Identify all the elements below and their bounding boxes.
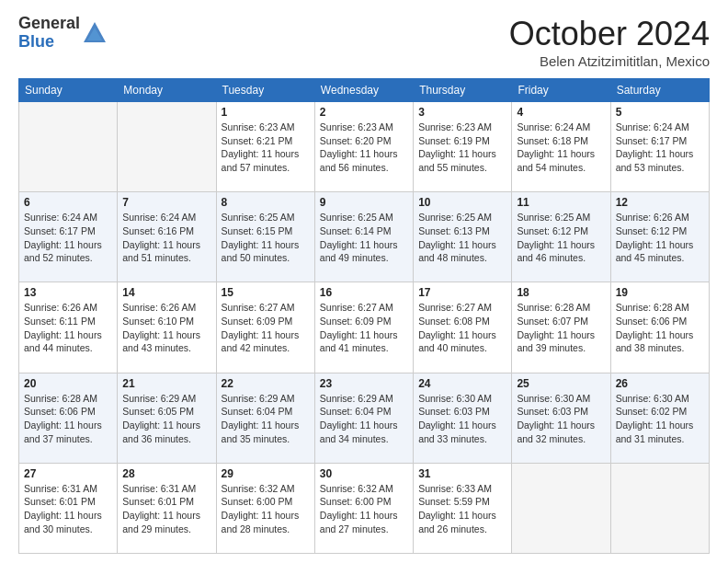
day-number: 7 (122, 196, 210, 209)
table-row: 27Sunrise: 6:31 AM Sunset: 6:01 PM Dayli… (19, 463, 118, 553)
logo-text: General Blue (18, 15, 80, 52)
day-number: 3 (418, 106, 506, 119)
table-row: 15Sunrise: 6:27 AM Sunset: 6:09 PM Dayli… (216, 282, 314, 373)
table-row: 17Sunrise: 6:27 AM Sunset: 6:08 PM Dayli… (414, 282, 512, 373)
header: General Blue October 2024 Belen Atzitzim… (18, 15, 710, 69)
page: General Blue October 2024 Belen Atzitzim… (0, 0, 728, 563)
table-row: 21Sunrise: 6:29 AM Sunset: 6:05 PM Dayli… (118, 373, 216, 463)
col-saturday: Saturday (610, 79, 709, 102)
day-info: Sunrise: 6:24 AM Sunset: 6:16 PM Dayligh… (122, 211, 210, 265)
day-number: 14 (122, 286, 210, 299)
day-info: Sunrise: 6:26 AM Sunset: 6:12 PM Dayligh… (616, 211, 704, 265)
day-number: 25 (517, 377, 605, 390)
table-row: 13Sunrise: 6:26 AM Sunset: 6:11 PM Dayli… (19, 282, 118, 373)
day-info: Sunrise: 6:23 AM Sunset: 6:19 PM Dayligh… (418, 121, 506, 175)
logo-icon (82, 20, 108, 46)
table-row: 19Sunrise: 6:28 AM Sunset: 6:06 PM Dayli… (610, 282, 709, 373)
day-info: Sunrise: 6:30 AM Sunset: 6:02 PM Dayligh… (616, 392, 704, 446)
day-info: Sunrise: 6:24 AM Sunset: 6:17 PM Dayligh… (616, 121, 704, 175)
table-row: 14Sunrise: 6:26 AM Sunset: 6:10 PM Dayli… (118, 282, 216, 373)
calendar-week-row: 27Sunrise: 6:31 AM Sunset: 6:01 PM Dayli… (19, 463, 710, 553)
table-row: 8Sunrise: 6:25 AM Sunset: 6:15 PM Daylig… (216, 192, 314, 282)
day-info: Sunrise: 6:28 AM Sunset: 6:06 PM Dayligh… (24, 392, 112, 446)
table-row: 3Sunrise: 6:23 AM Sunset: 6:19 PM Daylig… (414, 102, 512, 192)
table-row: 24Sunrise: 6:30 AM Sunset: 6:03 PM Dayli… (414, 373, 512, 463)
table-row: 30Sunrise: 6:32 AM Sunset: 6:00 PM Dayli… (314, 463, 413, 553)
day-info: Sunrise: 6:28 AM Sunset: 6:07 PM Dayligh… (517, 301, 605, 355)
table-row: 31Sunrise: 6:33 AM Sunset: 5:59 PM Dayli… (414, 463, 512, 553)
day-number: 17 (418, 286, 506, 299)
calendar-week-row: 20Sunrise: 6:28 AM Sunset: 6:06 PM Dayli… (19, 373, 710, 463)
calendar-week-row: 13Sunrise: 6:26 AM Sunset: 6:11 PM Dayli… (19, 282, 710, 373)
day-info: Sunrise: 6:31 AM Sunset: 6:01 PM Dayligh… (122, 482, 210, 536)
day-number: 12 (616, 196, 704, 209)
day-info: Sunrise: 6:25 AM Sunset: 6:15 PM Dayligh… (222, 211, 310, 265)
col-tuesday: Tuesday (216, 79, 314, 102)
day-number: 27 (24, 467, 112, 480)
day-number: 31 (418, 467, 506, 480)
table-row: 29Sunrise: 6:32 AM Sunset: 6:00 PM Dayli… (216, 463, 314, 553)
logo: General Blue (18, 15, 108, 52)
table-row (512, 463, 610, 553)
table-row (118, 102, 216, 192)
col-monday: Monday (118, 79, 216, 102)
day-number: 19 (616, 286, 704, 299)
day-number: 10 (418, 196, 506, 209)
day-info: Sunrise: 6:27 AM Sunset: 6:08 PM Dayligh… (418, 301, 506, 355)
table-row: 26Sunrise: 6:30 AM Sunset: 6:02 PM Dayli… (610, 373, 709, 463)
day-info: Sunrise: 6:23 AM Sunset: 6:21 PM Dayligh… (222, 121, 310, 175)
table-row: 2Sunrise: 6:23 AM Sunset: 6:20 PM Daylig… (314, 102, 413, 192)
col-thursday: Thursday (414, 79, 512, 102)
day-number: 30 (320, 467, 408, 480)
day-info: Sunrise: 6:24 AM Sunset: 6:18 PM Dayligh… (517, 121, 605, 175)
table-row: 9Sunrise: 6:25 AM Sunset: 6:14 PM Daylig… (314, 192, 413, 282)
day-number: 24 (418, 377, 506, 390)
table-row: 5Sunrise: 6:24 AM Sunset: 6:17 PM Daylig… (610, 102, 709, 192)
day-number: 18 (517, 286, 605, 299)
table-row: 1Sunrise: 6:23 AM Sunset: 6:21 PM Daylig… (216, 102, 314, 192)
location: Belen Atzitzimititlan, Mexico (509, 53, 710, 69)
day-info: Sunrise: 6:26 AM Sunset: 6:11 PM Dayligh… (24, 301, 112, 355)
day-number: 29 (222, 467, 310, 480)
day-info: Sunrise: 6:30 AM Sunset: 6:03 PM Dayligh… (517, 392, 605, 446)
day-number: 6 (24, 196, 112, 209)
col-wednesday: Wednesday (314, 79, 413, 102)
table-row (19, 102, 118, 192)
day-number: 13 (24, 286, 112, 299)
day-number: 8 (222, 196, 310, 209)
table-row: 11Sunrise: 6:25 AM Sunset: 6:12 PM Dayli… (512, 192, 610, 282)
day-info: Sunrise: 6:25 AM Sunset: 6:12 PM Dayligh… (517, 211, 605, 265)
day-number: 4 (517, 106, 605, 119)
day-number: 20 (24, 377, 112, 390)
day-info: Sunrise: 6:28 AM Sunset: 6:06 PM Dayligh… (616, 301, 704, 355)
col-sunday: Sunday (19, 79, 118, 102)
title-section: October 2024 Belen Atzitzimititlan, Mexi… (509, 15, 710, 69)
day-number: 23 (320, 377, 408, 390)
day-info: Sunrise: 6:30 AM Sunset: 6:03 PM Dayligh… (418, 392, 506, 446)
day-info: Sunrise: 6:32 AM Sunset: 6:00 PM Dayligh… (320, 482, 408, 536)
day-number: 26 (616, 377, 704, 390)
table-row: 28Sunrise: 6:31 AM Sunset: 6:01 PM Dayli… (118, 463, 216, 553)
table-row: 10Sunrise: 6:25 AM Sunset: 6:13 PM Dayli… (414, 192, 512, 282)
day-number: 5 (616, 106, 704, 119)
day-info: Sunrise: 6:25 AM Sunset: 6:13 PM Dayligh… (418, 211, 506, 265)
logo-blue: Blue (18, 33, 80, 52)
day-info: Sunrise: 6:27 AM Sunset: 6:09 PM Dayligh… (320, 301, 408, 355)
day-number: 16 (320, 286, 408, 299)
table-row: 18Sunrise: 6:28 AM Sunset: 6:07 PM Dayli… (512, 282, 610, 373)
day-info: Sunrise: 6:29 AM Sunset: 6:04 PM Dayligh… (222, 392, 310, 446)
day-info: Sunrise: 6:32 AM Sunset: 6:00 PM Dayligh… (222, 482, 310, 536)
day-number: 9 (320, 196, 408, 209)
table-row: 6Sunrise: 6:24 AM Sunset: 6:17 PM Daylig… (19, 192, 118, 282)
day-info: Sunrise: 6:23 AM Sunset: 6:20 PM Dayligh… (320, 121, 408, 175)
calendar-table: Sunday Monday Tuesday Wednesday Thursday… (18, 78, 710, 554)
month-title: October 2024 (509, 15, 710, 53)
day-info: Sunrise: 6:33 AM Sunset: 5:59 PM Dayligh… (418, 482, 506, 536)
day-number: 15 (222, 286, 310, 299)
day-info: Sunrise: 6:31 AM Sunset: 6:01 PM Dayligh… (24, 482, 112, 536)
day-info: Sunrise: 6:29 AM Sunset: 6:05 PM Dayligh… (122, 392, 210, 446)
table-row: 20Sunrise: 6:28 AM Sunset: 6:06 PM Dayli… (19, 373, 118, 463)
day-number: 11 (517, 196, 605, 209)
day-number: 22 (222, 377, 310, 390)
table-row: 4Sunrise: 6:24 AM Sunset: 6:18 PM Daylig… (512, 102, 610, 192)
